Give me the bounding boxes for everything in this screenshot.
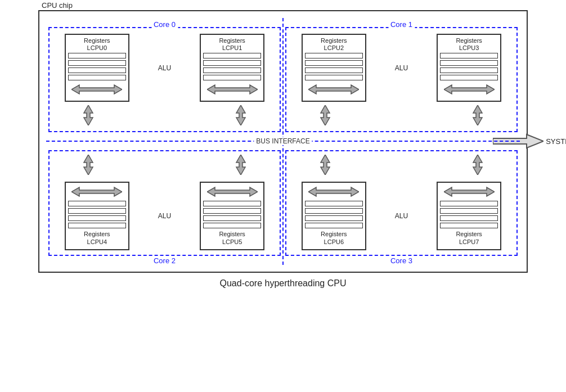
core-0-v-arrow-left [82,105,95,128]
lcpu-7: RegistersLCPU7 [437,182,501,250]
core-3-lcpu-row: RegistersLCPU6 ALU [289,178,514,252]
core-2-v-arrow-left [82,155,95,177]
reg-line [68,223,126,228]
cpu-chip-label: CPU chip [42,1,73,10]
lcpu-5-h-arrow [207,185,258,201]
svg-marker-5 [444,85,495,94]
svg-marker-15 [444,187,495,196]
core-3-alu: ALU [387,212,415,220]
lcpu-3-h-arrow [444,83,495,98]
core-2-alu-label: ALU [158,212,171,220]
lcpu-6-h-arrow [308,185,359,201]
reg-line [68,67,126,73]
lcpu-2-registers [305,53,363,80]
core-0-label: Core 0 [151,20,178,29]
cpu-chip: CPU chip BUS INTERFACE Core 0 [38,10,528,273]
reg-line [203,201,261,206]
lcpu-7-label: RegistersLCPU7 [456,231,482,245]
reg-line [305,53,363,58]
core-1-alu: ALU [387,64,415,72]
lcpu-3-registers [440,53,498,80]
lcpu-0-registers [68,53,126,80]
page-wrapper: CPU chip BUS INTERFACE Core 0 [0,0,566,392]
svg-marker-7 [473,105,482,125]
core-2-label: Core 2 [151,256,178,265]
core-3-v-arrow-right [471,155,484,177]
reg-line [68,53,126,58]
lcpu-5-label: RegistersLCPU5 [219,231,245,245]
svg-marker-0 [71,85,122,94]
reg-line [203,75,261,80]
core-3-v-arrow-left [318,155,332,177]
core-0-alu-label: ALU [158,64,171,72]
reg-line [305,60,363,66]
core-3: Core 3 [285,150,518,255]
reg-line [203,67,261,73]
lcpu-1-h-arrow [207,83,258,98]
svg-marker-13 [473,155,482,175]
reg-line [203,215,261,221]
lcpu-2-label: RegistersLCPU2 [321,37,347,52]
reg-line [68,75,126,80]
core-0-alu: ALU [150,64,178,72]
svg-marker-14 [308,187,359,196]
core-2-inner: RegistersLCPU4 ALU [52,154,277,252]
lcpu-2: RegistersLCPU2 [302,34,366,102]
lcpu-4-registers [68,201,126,228]
reg-line [440,223,498,228]
svg-marker-2 [84,105,93,125]
svg-marker-8 [84,155,93,175]
reg-line [203,53,261,58]
lcpu-3: RegistersLCPU3 [437,34,501,102]
reg-line [440,208,498,214]
svg-marker-6 [321,105,330,125]
core-0-v-arrow-right [234,105,248,128]
core-2-v-arrows [52,154,277,178]
lcpu-0-h-arrow [71,83,122,98]
svg-marker-10 [71,187,122,196]
reg-line [305,201,363,206]
core-1-label: Core 1 [388,20,415,29]
svg-marker-1 [207,85,258,94]
core-0-lcpu-row: RegistersLCPU0 [52,30,277,104]
core-2-v-arrow-right [234,155,248,177]
core-0: Core 0 RegistersLCPU0 [48,27,281,132]
lcpu-2-h-arrow [308,83,359,98]
core-3-alu-label: ALU [395,212,408,220]
reg-line [305,75,363,80]
core-1-inner: RegistersLCPU2 [289,30,514,129]
core-0-inner: RegistersLCPU0 [52,30,277,129]
lcpu-5-registers [203,201,261,228]
lcpu-0-label: RegistersLCPU0 [84,37,110,52]
lcpu-7-registers [440,201,498,228]
core-3-inner: RegistersLCPU6 ALU [289,154,514,252]
lcpu-1-registers [203,53,261,80]
core-3-v-arrows [289,154,514,178]
reg-line [305,67,363,73]
core-2: Core 2 [48,150,281,255]
reg-line [305,208,363,214]
lcpu-0: RegistersLCPU0 [65,34,129,102]
reg-line [440,215,498,221]
lcpu-4: RegistersLCPU4 [65,182,129,250]
page-caption: Quad-core hyperthreading CPU [219,278,346,289]
reg-line [68,215,126,221]
lcpu-1-label: RegistersLCPU1 [219,37,245,52]
core-1: Core 1 RegistersLCPU2 [285,27,518,132]
reg-line [440,53,498,58]
svg-marker-11 [207,187,258,196]
core-1-v-arrow-right [471,105,484,128]
lcpu-5: RegistersLCPU5 [200,182,264,250]
core-3-label: Core 3 [388,256,415,265]
reg-line [440,67,498,73]
svg-marker-4 [308,85,359,94]
reg-line [68,208,126,214]
lcpu-6-label: RegistersLCPU6 [321,231,347,245]
reg-line [305,215,363,221]
reg-line [203,60,261,66]
cores-grid: BUS INTERFACE Core 0 RegistersLCPU0 [46,18,520,265]
svg-marker-9 [236,155,245,175]
reg-line [68,201,126,206]
svg-marker-12 [321,155,330,175]
reg-line [440,201,498,206]
